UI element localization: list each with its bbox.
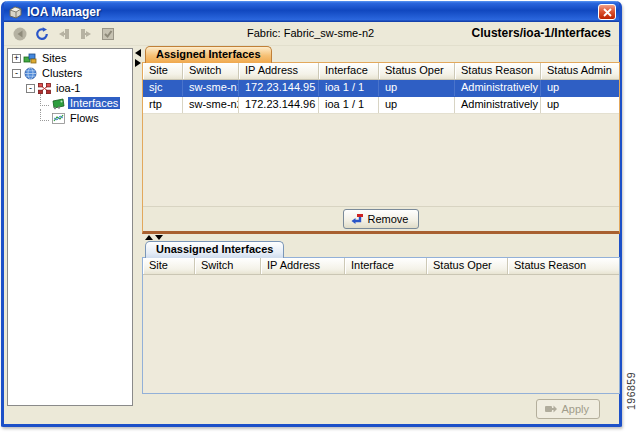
collapse-up-icon[interactable] [145, 235, 153, 240]
unassigned-interfaces-panel: Site Switch IP Address Interface Status … [142, 257, 620, 394]
window-body: + Sites - [4, 46, 619, 421]
remove-button[interactable]: Remove [343, 209, 420, 229]
unassign-icon[interactable] [76, 25, 95, 42]
column-header[interactable]: IP Address [239, 63, 319, 79]
tree-item-interfaces[interactable]: Interfaces [8, 96, 132, 110]
tree-label-selected[interactable]: Interfaces [68, 97, 120, 109]
cell-status-reason: Administratively up [455, 80, 541, 96]
back-icon[interactable] [10, 25, 29, 42]
tree-connector [40, 94, 49, 106]
interfaces-icon [51, 97, 66, 110]
tree-label[interactable]: ioa-1 [54, 82, 82, 94]
column-header[interactable]: Site [143, 258, 195, 274]
assign-icon[interactable] [54, 25, 73, 42]
column-header[interactable]: Status Oper [427, 258, 508, 274]
cell-switch: sw-sme-n2 [183, 97, 239, 113]
page: IOA Manager Fabric: [0, 0, 641, 433]
cluster-icon [37, 82, 52, 95]
app-icon [8, 5, 23, 19]
collapse-toggle[interactable]: - [26, 84, 35, 93]
cell-status-oper: up [379, 80, 455, 96]
tab-unassigned-interfaces[interactable]: Unassigned Interfaces [145, 241, 284, 258]
collapse-toggle[interactable]: - [12, 69, 21, 78]
close-button[interactable] [598, 4, 616, 20]
figure-number: 196859 [625, 366, 637, 410]
cell-status-admin: up [541, 80, 619, 96]
horizontal-splitter[interactable] [142, 234, 620, 241]
tree-label[interactable]: Flows [68, 112, 101, 124]
apply-label: Apply [561, 403, 589, 415]
cell-site: sjc [143, 80, 183, 96]
cell-ip-address: 172.23.144.96 [239, 97, 319, 113]
tree-label[interactable]: Clusters [40, 67, 84, 79]
breadcrumb: Clusters/ioa-1/Interfaces [472, 26, 611, 40]
tree-item-sites[interactable]: + Sites [8, 51, 132, 65]
cell-status-oper: up [379, 97, 455, 113]
cell-switch: sw-sme-n1 [183, 80, 239, 96]
tree-item-clusters[interactable]: - Clusters [8, 66, 132, 80]
tree-item-flows[interactable]: Flows [8, 111, 132, 125]
assigned-table-header: Site Switch IP Address Interface Status … [143, 63, 619, 80]
column-header[interactable]: Status Oper [379, 63, 455, 79]
titlebar[interactable]: IOA Manager [4, 1, 619, 22]
fabric-label: Fabric: Fabric_sw-sme-n2 [247, 27, 374, 39]
tree-label[interactable]: Sites [40, 52, 68, 64]
column-header[interactable]: Switch [195, 258, 261, 274]
collapse-left-icon[interactable] [135, 49, 141, 57]
table-row[interactable]: sjc sw-sme-n1 172.23.144.95 ioa 1 / 1 up… [143, 80, 619, 97]
column-header[interactable]: IP Address [261, 258, 345, 274]
table-row[interactable]: rtp sw-sme-n2 172.23.144.96 ioa 1 / 1 up… [143, 97, 619, 114]
clusters-globe-icon [23, 67, 38, 80]
window-title: IOA Manager [27, 5, 101, 19]
apply-button[interactable]: Apply [536, 399, 600, 419]
expand-toggle[interactable]: + [12, 54, 21, 63]
cell-status-reason: Administratively up [455, 97, 541, 113]
column-header[interactable]: Status Reason [455, 63, 541, 79]
ioa-manager-window: IOA Manager Fabric: [1, 1, 622, 427]
column-header[interactable]: Interface [345, 258, 427, 274]
tree-connector [40, 109, 49, 121]
vertical-splitter[interactable] [134, 49, 142, 79]
toolbar: Fabric: Fabric_sw-sme-n2 Clusters/ioa-1/… [4, 22, 619, 46]
apply-icon [544, 403, 557, 415]
column-header[interactable]: Interface [319, 63, 379, 79]
close-icon [603, 8, 612, 17]
cell-ip-address: 172.23.144.95 [239, 80, 319, 96]
column-header[interactable]: Switch [183, 63, 239, 79]
column-header[interactable]: Site [143, 63, 183, 79]
tab-label: Assigned Interfaces [156, 48, 261, 60]
cell-status-admin: up [541, 97, 619, 113]
refresh-icon[interactable] [32, 25, 51, 42]
column-header[interactable]: Status Admin [541, 63, 619, 79]
tab-label: Unassigned Interfaces [156, 243, 273, 255]
footer-bar: Apply [142, 397, 620, 421]
unassigned-table-header: Site Switch IP Address Interface Status … [143, 258, 619, 275]
tree-item-ioa-1[interactable]: - ioa-1 [8, 81, 132, 95]
commit-icon[interactable] [98, 25, 117, 42]
cell-interface: ioa 1 / 1 [319, 80, 379, 96]
tab-assigned-interfaces[interactable]: Assigned Interfaces [145, 46, 272, 63]
remove-label: Remove [368, 213, 409, 225]
navigation-tree: + Sites - [7, 48, 133, 406]
collapse-down-icon[interactable] [155, 235, 163, 240]
cell-site: rtp [143, 97, 183, 113]
cell-interface: ioa 1 / 1 [319, 97, 379, 113]
column-header[interactable]: Status Reason [508, 258, 619, 274]
assigned-button-bar: Remove [143, 206, 619, 231]
remove-icon [351, 213, 364, 226]
flows-icon [51, 112, 66, 125]
assigned-interfaces-panel: Site Switch IP Address Interface Status … [142, 62, 620, 234]
main-panel: Assigned Interfaces Site Switch IP Addre… [142, 46, 620, 421]
collapse-right-icon[interactable] [135, 59, 141, 67]
sites-icon [23, 52, 38, 65]
